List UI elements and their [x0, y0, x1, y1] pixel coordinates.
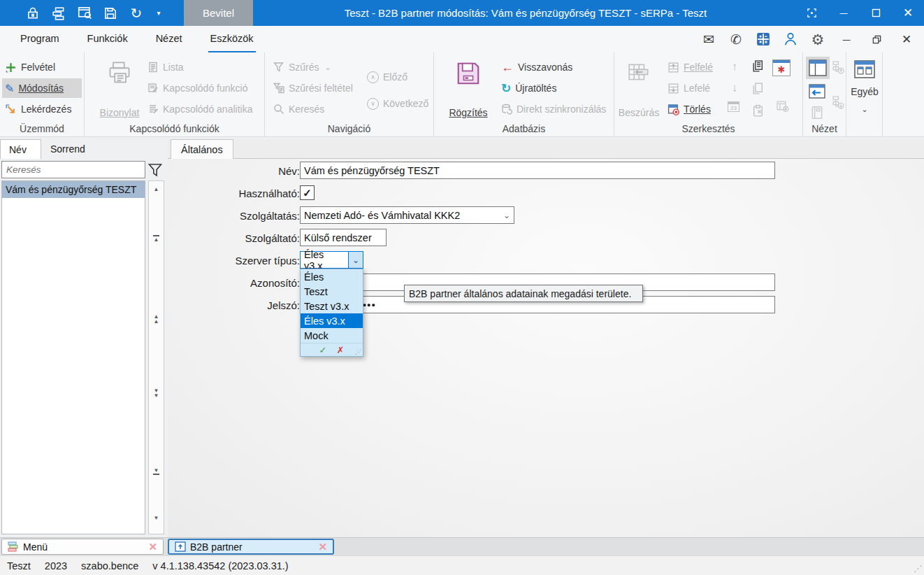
group-label-kapcsolodo: Kapcsolódó funkciók — [85, 123, 264, 134]
bizonylat-button[interactable]: Bizonylat — [96, 57, 143, 121]
felvetel-label: Felvétel — [21, 62, 55, 73]
elozo-button[interactable]: ∧ Előző — [364, 67, 430, 87]
szerver-tipus-combo[interactable]: Éles v3.x ⌄ — [300, 251, 363, 269]
dropdown-accept-icon[interactable]: ✓ — [319, 345, 327, 355]
scroll-down-button[interactable]: ▼ — [149, 516, 164, 520]
b2b-partner-tab-close-icon[interactable]: ✕ — [318, 541, 327, 553]
lefele-button[interactable]: Lefelé — [665, 78, 723, 98]
menu-doc-tab-close-icon[interactable]: ✕ — [148, 541, 157, 553]
pencil-icon: ✎ — [5, 82, 14, 95]
paste-button[interactable] — [749, 101, 767, 120]
save-icon[interactable] — [103, 6, 118, 21]
direkt-szinkronizalas-button[interactable]: Direkt szinkronizálás — [498, 99, 612, 119]
kovetkezo-button[interactable]: ∨ Következő — [364, 94, 430, 113]
lekerdezes-button[interactable]: Lekérdezés — [2, 99, 82, 119]
kereses-button[interactable]: Keresés — [270, 99, 360, 119]
close-button[interactable]: ✕ — [892, 0, 924, 26]
hasznalhato-checkbox[interactable]: ✓ — [300, 185, 315, 200]
kapcsolodo-analitika-button[interactable]: Kapcsolódó analitika — [145, 99, 262, 119]
bevitel-mode-tab[interactable]: Bevitel — [184, 0, 253, 26]
query-icon — [5, 104, 17, 115]
archive-button[interactable] — [809, 104, 825, 121]
felvetel-button[interactable]: Felvétel — [2, 57, 82, 77]
minimize-button[interactable]: ─ — [828, 0, 860, 26]
tab-nev[interactable]: Név — [0, 139, 41, 159]
window-search-icon[interactable] — [77, 6, 92, 21]
copy-page-button[interactable] — [749, 79, 767, 97]
scroll-last-button[interactable]: ▼ — [149, 468, 164, 476]
hierarchy-icon[interactable] — [51, 6, 66, 21]
tab-sorrend[interactable]: Sorrend — [42, 139, 92, 159]
content-area: Név Sorrend Vám és pénzügyőrség TESZT ▲ … — [0, 137, 924, 537]
dropdown-option-teszt[interactable]: Teszt — [301, 284, 363, 299]
maximize-button[interactable] — [860, 0, 892, 26]
dropdown-resize-grip[interactable]: ⋰ — [355, 348, 361, 355]
save-record-icon — [455, 60, 482, 87]
qat-dropdown-icon[interactable]: ▾ — [154, 6, 163, 21]
calculator-icon[interactable] — [756, 31, 771, 47]
dropdown-option-teszt-v3[interactable]: Teszt v3.x — [301, 299, 363, 313]
nev-input[interactable] — [300, 162, 775, 179]
szerver-tipus-dropdown: Éles Teszt Teszt v3.x Éles v3.x Mock ✓ ✗… — [300, 269, 363, 357]
felfele-button[interactable]: Felfelé — [665, 57, 723, 77]
ujratoltes-button[interactable]: ↻ Újratöltés — [498, 78, 612, 98]
dropdown-cancel-icon[interactable]: ✗ — [337, 345, 345, 355]
status-user: szabo.bence — [81, 560, 138, 572]
menu-program[interactable]: Program — [18, 26, 62, 52]
modositas-label: Módosítás — [18, 83, 64, 94]
mandatory-fields-button[interactable]: ✱ — [772, 59, 791, 76]
szerver-tipus-dropdown-button[interactable]: ⌄ — [348, 252, 363, 268]
refresh-icon[interactable]: ↻ — [129, 6, 144, 21]
phone-icon[interactable]: ✆ — [728, 31, 744, 47]
dropdown-option-eles-v3[interactable]: Éles v3.x — [301, 313, 363, 328]
rogzites-button[interactable]: Rögzítés — [445, 57, 491, 121]
move-up-button[interactable]: ↑ — [726, 59, 743, 76]
dropdown-option-mock[interactable]: Mock — [301, 328, 363, 343]
user-icon[interactable] — [783, 31, 798, 47]
torles-button[interactable]: Törlés — [665, 99, 723, 119]
kapcsolodo-funkcio-button[interactable]: Kapcsolódó funkció — [145, 78, 262, 98]
menu-doc-tab[interactable]: Menü ✕ — [1, 539, 164, 555]
egyeb-button[interactable]: Egyéb ⌄ — [848, 57, 881, 117]
tree-up-button[interactable] — [831, 59, 845, 75]
szolgaltatas-select[interactable]: Nemzeti Adó- és Vámhivatal KKK2 ⌄ — [300, 206, 514, 224]
date-button[interactable]: 23 — [728, 101, 739, 112]
collapse-panel-button[interactable] — [807, 82, 827, 100]
copy-button[interactable] — [749, 57, 767, 75]
ribbon-close-button[interactable]: ✕ — [897, 32, 916, 47]
lista-button[interactable]: Lista — [145, 57, 262, 77]
scroll-page-up-button[interactable]: ▲▲ — [149, 314, 164, 324]
menu-nezet[interactable]: Nézet — [154, 26, 185, 52]
kereses-label: Keresés — [289, 104, 324, 115]
lock-icon[interactable] — [25, 6, 41, 21]
ribbon-minimize-button[interactable]: ─ — [837, 34, 856, 45]
table-clear-icon — [776, 99, 789, 113]
szolgaltato-value: Külső rendszer — [304, 232, 372, 243]
tree-down-button[interactable] — [831, 94, 845, 110]
scroll-page-down-button[interactable]: ▼▼ — [149, 388, 164, 398]
navigation-panel-view-button[interactable] — [806, 57, 830, 79]
menu-eszkozok[interactable]: Eszközök — [208, 26, 256, 52]
paste-icon — [751, 104, 765, 118]
visszavonas-button[interactable]: ← Visszavonás — [498, 57, 612, 77]
ribbon-restore-button[interactable] — [867, 34, 886, 45]
ujratoltes-label: Újratöltés — [515, 83, 556, 94]
fit-screen-icon[interactable] — [795, 0, 828, 26]
modositas-button[interactable]: ✎ Módosítás — [2, 78, 82, 98]
szures-button[interactable]: Szűrés ⌄ — [270, 57, 360, 77]
panel-left-arrow-icon — [809, 84, 825, 99]
b2b-window-icon — [175, 541, 186, 552]
dropdown-footer: ✓ ✗ ⋰ — [301, 343, 363, 356]
dropdown-option-eles[interactable]: Éles — [301, 269, 363, 284]
szerver-tipus-label: Szerver típus: — [90, 255, 300, 267]
menu-funkciok[interactable]: Funkciók — [85, 26, 130, 52]
tab-altalanos[interactable]: Általános — [171, 139, 233, 159]
gear-icon[interactable]: ⚙ — [810, 31, 825, 47]
mail-icon[interactable]: ✉ — [701, 31, 716, 47]
beszuras-button[interactable]: Beszúrás — [617, 57, 660, 121]
window-resize-grip[interactable]: ⋰ — [914, 564, 922, 574]
b2b-partner-tab[interactable]: B2B partner ✕ — [168, 539, 334, 555]
clear-table-button[interactable] — [774, 97, 791, 114]
move-down-button[interactable]: ↓ — [726, 80, 743, 97]
szuresi-feltetel-button[interactable]: Szűrési feltétel — [270, 78, 360, 98]
